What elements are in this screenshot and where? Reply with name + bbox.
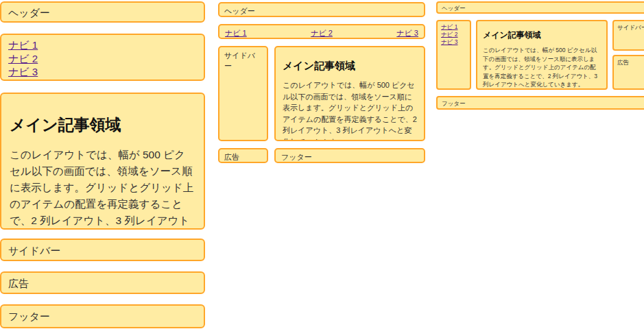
nav-link-2[interactable]: ナビ 2: [441, 31, 466, 38]
main-article-box: メイン記事領域 このレイアウトでは、幅が 500 ピクセル以下の画面では、領域を…: [274, 46, 425, 141]
nav-link-1[interactable]: ナビ 1: [225, 28, 247, 35]
right-rail: サイドバー 広告: [612, 20, 644, 90]
footer-box: フッター: [274, 148, 425, 163]
main-heading: メイン記事領域: [283, 60, 417, 73]
footer-box: フッター: [436, 96, 644, 110]
main-article-box: メイン記事領域 このレイアウトでは、幅が 500 ピクセル以下の画面では、領域を…: [476, 20, 608, 90]
sidebar-box: サイドバー: [0, 239, 205, 261]
ad-box: 広告: [0, 271, 205, 294]
header-box: ヘッダー: [0, 1, 205, 23]
header-box: ヘッダー: [436, 1, 644, 14]
main-paragraph: このレイアウトでは、幅が 500 ピクセル以下の画面では、領域をソース順に表示し…: [283, 80, 417, 141]
ad-box: 広告: [218, 148, 268, 163]
sidebar-label: サイドバー: [617, 24, 644, 31]
sidebar-box: サイドバー: [218, 46, 268, 141]
ad-label: 広告: [8, 278, 29, 289]
main-article-box: メイン記事領域 このレイアウトでは、幅が 500 ピクセル以下の画面では、領域を…: [0, 93, 205, 230]
sidebar-label: サイドバー: [224, 51, 255, 70]
nav-link-3[interactable]: ナビ 3: [441, 38, 466, 46]
layout-three-column: ヘッダー ナビ 1 ナビ 2 ナビ 3 メイン記事領域 このレイアウトでは、幅が…: [436, 1, 644, 110]
main-paragraph: このレイアウトでは、幅が 500 ピクセル以下の画面では、領域をソース順に表示し…: [10, 147, 195, 230]
nav-box: ナビ 1 ナビ 2 ナビ 3: [0, 34, 205, 81]
nav-link-1[interactable]: ナビ 1: [441, 23, 466, 31]
nav-box: ナビ 1 ナビ 2 ナビ 3: [218, 24, 425, 39]
nav-link-1[interactable]: ナビ 1: [8, 38, 197, 52]
main-heading: メイン記事領域: [483, 29, 601, 41]
header-label: ヘッダー: [442, 5, 466, 12]
main-paragraph: このレイアウトでは、幅が 500 ピクセル以下の画面では、領域をソース順に表示し…: [483, 46, 601, 89]
nav-link-3[interactable]: ナビ 3: [8, 65, 197, 79]
header-box: ヘッダー: [218, 2, 425, 17]
header-label: ヘッダー: [8, 7, 50, 19]
footer-box: フッター: [0, 304, 205, 328]
footer-label: フッター: [281, 153, 312, 161]
responsive-grid-demo-page: ヘッダー ナビ 1 ナビ 2 ナビ 3 メイン記事領域 このレイアウトでは、幅が…: [0, 0, 644, 329]
nav-box: ナビ 1 ナビ 2 ナビ 3: [436, 20, 471, 90]
nav-link-2[interactable]: ナビ 2: [311, 28, 333, 35]
sidebar-box: サイドバー: [612, 20, 644, 51]
main-heading: メイン記事領域: [10, 114, 195, 136]
footer-label: フッター: [8, 310, 50, 322]
ad-label: 広告: [617, 59, 629, 66]
layout-two-column: ヘッダー ナビ 1 ナビ 2 ナビ 3 サイドバー メイン記事領域 このレイアウ…: [218, 2, 425, 163]
sidebar-label: サイドバー: [8, 245, 60, 256]
layout-single-column: ヘッダー ナビ 1 ナビ 2 ナビ 3 メイン記事領域 このレイアウトでは、幅が…: [0, 1, 205, 328]
ad-label: 広告: [224, 153, 239, 161]
footer-label: フッター: [442, 100, 466, 107]
nav-link-3[interactable]: ナビ 3: [396, 28, 418, 35]
nav-link-2[interactable]: ナビ 2: [8, 52, 197, 66]
header-label: ヘッダー: [224, 7, 255, 15]
ad-box: 広告: [612, 55, 644, 90]
